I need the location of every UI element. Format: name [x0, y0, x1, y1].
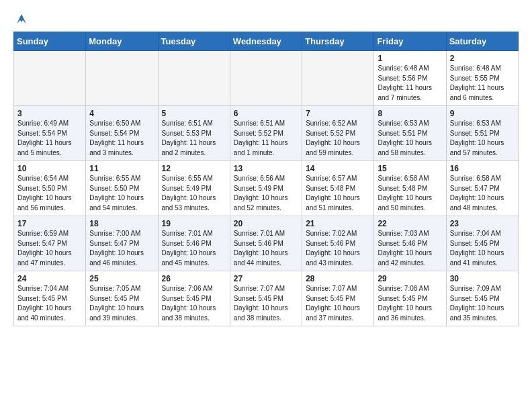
day-info: Sunrise: 7:02 AM Sunset: 5:46 PM Dayligh…	[306, 229, 370, 268]
day-number: 3	[17, 109, 82, 118]
calendar-week-4: 17Sunrise: 6:59 AM Sunset: 5:47 PM Dayli…	[14, 216, 519, 271]
calendar-cell: 21Sunrise: 7:02 AM Sunset: 5:46 PM Dayli…	[302, 216, 374, 271]
calendar-cell: 19Sunrise: 7:01 AM Sunset: 5:46 PM Dayli…	[158, 216, 230, 271]
weekday-header-sunday: Sunday	[14, 32, 86, 51]
day-info: Sunrise: 6:53 AM Sunset: 5:51 PM Dayligh…	[450, 119, 515, 158]
weekday-header-saturday: Saturday	[446, 32, 518, 51]
calendar-cell: 16Sunrise: 6:58 AM Sunset: 5:47 PM Dayli…	[446, 161, 518, 216]
calendar-cell	[230, 51, 302, 106]
calendar-cell: 11Sunrise: 6:55 AM Sunset: 5:50 PM Dayli…	[86, 161, 158, 216]
calendar-cell: 24Sunrise: 7:04 AM Sunset: 5:45 PM Dayli…	[14, 271, 86, 326]
calendar-cell: 3Sunrise: 6:49 AM Sunset: 5:54 PM Daylig…	[14, 106, 86, 161]
calendar-cell: 18Sunrise: 7:00 AM Sunset: 5:47 PM Dayli…	[86, 216, 158, 271]
weekday-header-monday: Monday	[86, 32, 158, 51]
day-number: 16	[450, 164, 515, 173]
day-number: 17	[17, 219, 82, 228]
calendar-cell: 13Sunrise: 6:56 AM Sunset: 5:49 PM Dayli…	[230, 161, 302, 216]
day-number: 23	[450, 219, 515, 228]
day-info: Sunrise: 7:03 AM Sunset: 5:46 PM Dayligh…	[378, 229, 442, 268]
day-number: 14	[306, 164, 370, 173]
day-number: 2	[450, 54, 515, 63]
calendar-cell: 29Sunrise: 7:08 AM Sunset: 5:45 PM Dayli…	[374, 271, 446, 326]
day-info: Sunrise: 7:05 AM Sunset: 5:45 PM Dayligh…	[89, 284, 154, 323]
calendar-cell: 26Sunrise: 7:06 AM Sunset: 5:45 PM Dayli…	[158, 271, 230, 326]
day-number: 26	[162, 274, 226, 283]
day-info: Sunrise: 7:00 AM Sunset: 5:47 PM Dayligh…	[89, 229, 154, 268]
calendar-cell: 30Sunrise: 7:09 AM Sunset: 5:45 PM Dayli…	[446, 271, 518, 326]
day-number: 10	[17, 164, 82, 173]
day-info: Sunrise: 6:55 AM Sunset: 5:49 PM Dayligh…	[162, 174, 226, 213]
calendar-cell: 22Sunrise: 7:03 AM Sunset: 5:46 PM Dayli…	[374, 216, 446, 271]
calendar-cell	[302, 51, 374, 106]
day-info: Sunrise: 6:49 AM Sunset: 5:54 PM Dayligh…	[17, 119, 82, 158]
day-number: 21	[306, 219, 370, 228]
day-info: Sunrise: 6:58 AM Sunset: 5:48 PM Dayligh…	[378, 174, 442, 213]
calendar-cell: 1Sunrise: 6:48 AM Sunset: 5:56 PM Daylig…	[374, 51, 446, 106]
day-info: Sunrise: 6:53 AM Sunset: 5:51 PM Dayligh…	[378, 119, 442, 158]
calendar-cell	[158, 51, 230, 106]
day-number: 15	[378, 164, 442, 173]
day-number: 4	[89, 109, 154, 118]
calendar-cell: 25Sunrise: 7:05 AM Sunset: 5:45 PM Dayli…	[86, 271, 158, 326]
day-info: Sunrise: 6:50 AM Sunset: 5:54 PM Dayligh…	[89, 119, 154, 158]
day-info: Sunrise: 7:07 AM Sunset: 5:45 PM Dayligh…	[306, 284, 370, 323]
calendar-cell: 20Sunrise: 7:01 AM Sunset: 5:46 PM Dayli…	[230, 216, 302, 271]
calendar-cell	[86, 51, 158, 106]
day-number: 9	[450, 109, 515, 118]
logo-blue-text	[13, 9, 29, 26]
calendar-week-3: 10Sunrise: 6:54 AM Sunset: 5:50 PM Dayli…	[14, 161, 519, 216]
calendar-cell: 4Sunrise: 6:50 AM Sunset: 5:54 PM Daylig…	[86, 106, 158, 161]
weekday-header-friday: Friday	[374, 32, 446, 51]
header	[13, 11, 519, 26]
calendar-cell: 2Sunrise: 6:48 AM Sunset: 5:55 PM Daylig…	[446, 51, 518, 106]
day-info: Sunrise: 6:52 AM Sunset: 5:52 PM Dayligh…	[306, 119, 370, 158]
day-info: Sunrise: 7:04 AM Sunset: 5:45 PM Dayligh…	[17, 284, 82, 323]
calendar-cell: 8Sunrise: 6:53 AM Sunset: 5:51 PM Daylig…	[374, 106, 446, 161]
page: SundayMondayTuesdayWednesdayThursdayFrid…	[0, 0, 532, 337]
day-number: 28	[306, 274, 370, 283]
calendar-week-5: 24Sunrise: 7:04 AM Sunset: 5:45 PM Dayli…	[14, 271, 519, 326]
day-info: Sunrise: 6:57 AM Sunset: 5:48 PM Dayligh…	[306, 174, 370, 213]
calendar-cell: 23Sunrise: 7:04 AM Sunset: 5:45 PM Dayli…	[446, 216, 518, 271]
logo-icon	[14, 11, 29, 26]
day-info: Sunrise: 7:07 AM Sunset: 5:45 PM Dayligh…	[234, 284, 298, 323]
day-number: 1	[378, 54, 442, 63]
day-number: 18	[89, 219, 154, 228]
weekday-header-tuesday: Tuesday	[158, 32, 230, 51]
day-info: Sunrise: 7:01 AM Sunset: 5:46 PM Dayligh…	[234, 229, 298, 268]
day-number: 25	[89, 274, 154, 283]
calendar-cell: 12Sunrise: 6:55 AM Sunset: 5:49 PM Dayli…	[158, 161, 230, 216]
calendar-week-1: 1Sunrise: 6:48 AM Sunset: 5:56 PM Daylig…	[14, 51, 519, 106]
day-number: 11	[89, 164, 154, 173]
calendar-cell: 27Sunrise: 7:07 AM Sunset: 5:45 PM Dayli…	[230, 271, 302, 326]
calendar-week-2: 3Sunrise: 6:49 AM Sunset: 5:54 PM Daylig…	[14, 106, 519, 161]
calendar-cell: 10Sunrise: 6:54 AM Sunset: 5:50 PM Dayli…	[14, 161, 86, 216]
calendar-cell: 28Sunrise: 7:07 AM Sunset: 5:45 PM Dayli…	[302, 271, 374, 326]
day-info: Sunrise: 6:59 AM Sunset: 5:47 PM Dayligh…	[17, 229, 82, 268]
day-number: 27	[234, 274, 298, 283]
day-info: Sunrise: 7:01 AM Sunset: 5:46 PM Dayligh…	[162, 229, 226, 268]
day-number: 5	[162, 109, 226, 118]
day-number: 12	[162, 164, 226, 173]
day-info: Sunrise: 6:51 AM Sunset: 5:53 PM Dayligh…	[162, 119, 226, 158]
day-number: 29	[378, 274, 442, 283]
calendar-table: SundayMondayTuesdayWednesdayThursdayFrid…	[13, 32, 519, 326]
day-number: 13	[234, 164, 298, 173]
calendar-cell	[14, 51, 86, 106]
logo	[13, 11, 29, 26]
day-number: 7	[306, 109, 370, 118]
day-info: Sunrise: 6:58 AM Sunset: 5:47 PM Dayligh…	[450, 174, 515, 213]
day-info: Sunrise: 6:55 AM Sunset: 5:50 PM Dayligh…	[89, 174, 154, 213]
day-number: 19	[162, 219, 226, 228]
weekday-header-thursday: Thursday	[302, 32, 374, 51]
day-number: 8	[378, 109, 442, 118]
day-info: Sunrise: 7:06 AM Sunset: 5:45 PM Dayligh…	[162, 284, 226, 323]
day-info: Sunrise: 6:48 AM Sunset: 5:56 PM Dayligh…	[378, 64, 442, 103]
calendar-cell: 9Sunrise: 6:53 AM Sunset: 5:51 PM Daylig…	[446, 106, 518, 161]
calendar-cell: 6Sunrise: 6:51 AM Sunset: 5:52 PM Daylig…	[230, 106, 302, 161]
calendar-cell: 14Sunrise: 6:57 AM Sunset: 5:48 PM Dayli…	[302, 161, 374, 216]
day-info: Sunrise: 6:56 AM Sunset: 5:49 PM Dayligh…	[234, 174, 298, 213]
day-info: Sunrise: 6:48 AM Sunset: 5:55 PM Dayligh…	[450, 64, 515, 103]
day-info: Sunrise: 7:04 AM Sunset: 5:45 PM Dayligh…	[450, 229, 515, 268]
svg-marker-0	[17, 14, 26, 24]
